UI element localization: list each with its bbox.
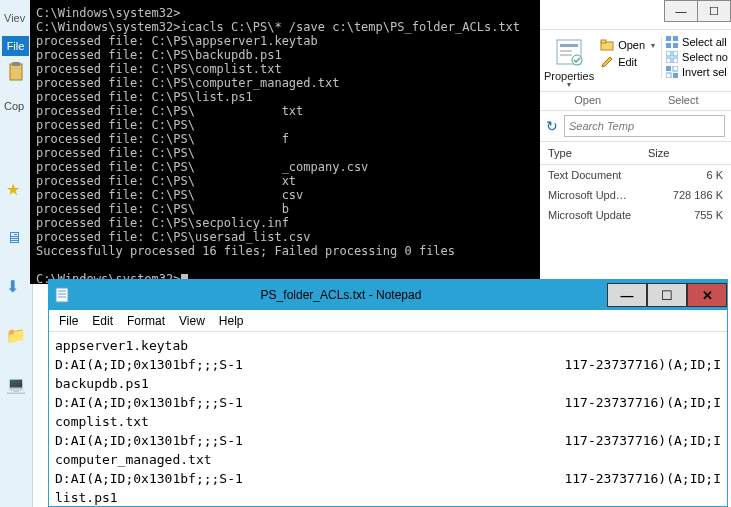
svg-rect-18 xyxy=(673,66,678,71)
cmd-output: processed file: C:\PS\ txt xyxy=(36,104,303,118)
open-caret-icon: ▾ xyxy=(651,41,655,50)
refresh-icon[interactable]: ↻ xyxy=(546,118,558,134)
cmd-output: processed file: C:\PS\ f xyxy=(36,132,289,146)
svg-rect-12 xyxy=(673,43,678,48)
search-row: ↻ xyxy=(540,111,731,142)
properties-button[interactable]: Properties ▾ xyxy=(544,36,594,89)
svg-rect-10 xyxy=(673,36,678,41)
view-tab-fragment: Viev xyxy=(4,12,25,24)
notepad-text-area[interactable]: appserver1.keytabD:AI(A;ID;0x1301bf;;;S-… xyxy=(49,332,727,506)
select-all-button[interactable]: Select all xyxy=(666,36,728,48)
taskbar-icons: ★ 🖥 ⬇ 📁 💻 xyxy=(6,180,26,394)
file-type: Text Document xyxy=(540,165,640,185)
svg-rect-13 xyxy=(666,51,671,56)
desktop-background: Viev File Cop ★ 🖥 ⬇ 📁 💻 — ☐ Properties ▾ xyxy=(0,0,731,507)
notepad-menubar: File Edit Format View Help xyxy=(49,310,727,332)
properties-caret-icon: ▾ xyxy=(567,80,571,89)
notepad-titlebar[interactable]: PS_folder_ACLs.txt - Notepad — ☐ ✕ xyxy=(49,280,727,310)
cmd-output: processed file: C:\PS\backupdb.ps1 xyxy=(36,48,282,62)
np-text: D:AI(A;ID;0x1301bf;;;S-1 xyxy=(55,431,243,450)
svg-rect-15 xyxy=(666,58,671,63)
file-type: Microsoft Update xyxy=(540,205,640,225)
np-text: 117-23737716)(A;ID;I xyxy=(564,469,721,488)
menu-help[interactable]: Help xyxy=(219,314,244,328)
close-button[interactable]: ✕ xyxy=(687,283,727,307)
svg-rect-1 xyxy=(12,62,20,66)
properties-icon xyxy=(553,36,585,68)
star-icon[interactable]: ★ xyxy=(6,180,26,199)
np-text: computer_managed.txt xyxy=(55,450,212,469)
cmd-output: processed file: C:\PS\list.ps1 xyxy=(36,90,253,104)
command-prompt-window[interactable]: C:\Windows\system32> C:\Windows\system32… xyxy=(30,0,540,284)
svg-rect-11 xyxy=(666,43,671,48)
cmd-output: processed file: C:\PS\ xyxy=(36,118,195,132)
svg-rect-3 xyxy=(560,44,578,47)
invert-selection-icon xyxy=(666,66,678,78)
col-size[interactable]: Size xyxy=(640,142,731,164)
folder-icon[interactable]: 📁 xyxy=(6,326,26,345)
cmd-prompt: C:\Windows\system32> xyxy=(36,6,181,20)
menu-view[interactable]: View xyxy=(179,314,205,328)
notepad-window: PS_folder_ACLs.txt - Notepad — ☐ ✕ File … xyxy=(48,279,728,507)
notepad-title: PS_folder_ACLs.txt - Notepad xyxy=(75,288,607,302)
table-row[interactable]: Microsoft Update 755 K xyxy=(540,205,731,225)
menu-file[interactable]: File xyxy=(59,314,78,328)
group-open-label: Open xyxy=(540,92,636,110)
np-text: 117-23737716)(A;ID;I xyxy=(564,355,721,374)
file-tab[interactable]: File xyxy=(2,36,29,56)
svg-rect-5 xyxy=(560,54,572,56)
svg-rect-19 xyxy=(666,73,671,78)
svg-rect-4 xyxy=(560,50,572,52)
svg-rect-14 xyxy=(673,51,678,56)
file-type: Microsoft Update ... xyxy=(540,185,640,205)
svg-rect-0 xyxy=(10,64,22,80)
file-size: 6 K xyxy=(640,165,731,185)
np-text: D:AI(A;ID;0x1301bf;;;S-1 xyxy=(55,355,243,374)
explorer-window-buttons: — ☐ xyxy=(540,0,731,30)
table-row[interactable]: Microsoft Update ... 728 186 K xyxy=(540,185,731,205)
menu-edit[interactable]: Edit xyxy=(92,314,113,328)
maximize-button[interactable]: ☐ xyxy=(697,0,731,22)
cmd-output: processed file: C:\PS\computer_managed.t… xyxy=(36,76,339,90)
ribbon-group-labels: Open Select xyxy=(540,92,731,111)
select-all-label: Select all xyxy=(682,36,727,48)
invert-selection-button[interactable]: Invert sel xyxy=(666,66,728,78)
cmd-output: processed file: C:\PS\ csv xyxy=(36,188,303,202)
search-input[interactable] xyxy=(564,115,725,137)
minimize-button[interactable]: — xyxy=(664,0,698,22)
np-text: D:AI(A;ID;0x1301bf;;;S-1 xyxy=(55,393,243,412)
cmd-output: processed file: C:\PS\complist.txt xyxy=(36,62,282,76)
cmd-output: processed file: C:\PS\ xyxy=(36,146,195,160)
open-label: Open xyxy=(618,39,645,51)
cmd-output: processed file: C:\PS\appserver1.keytab xyxy=(36,34,318,48)
table-row[interactable]: Text Document 6 K xyxy=(540,165,731,185)
copy-label: Cop xyxy=(4,100,24,112)
edit-button[interactable]: Edit xyxy=(600,55,655,69)
file-size: 755 K xyxy=(640,205,731,225)
paste-icon[interactable] xyxy=(6,62,26,82)
np-text: 117-23737716)(A;ID;I xyxy=(564,431,721,450)
menu-format[interactable]: Format xyxy=(127,314,165,328)
np-text: backupdb.ps1 xyxy=(55,374,149,393)
minimize-button[interactable]: — xyxy=(607,283,647,307)
col-type[interactable]: Type xyxy=(540,142,640,164)
file-table-header: Type Size xyxy=(540,142,731,165)
cmd-output: processed file: C:\PS\usersad_list.csv xyxy=(36,230,311,244)
select-none-label: Select no xyxy=(682,51,728,63)
cmd-line: C:\Windows\system32>icacls C:\PS\* /save… xyxy=(36,20,520,34)
desktop-icon[interactable]: 🖥 xyxy=(6,229,26,247)
maximize-button[interactable]: ☐ xyxy=(647,283,687,307)
cmd-output: processed file: C:\PS\ xt xyxy=(36,174,296,188)
computer-icon[interactable]: 💻 xyxy=(6,375,26,394)
select-none-button[interactable]: Select no xyxy=(666,51,728,63)
notepad-icon xyxy=(49,280,75,310)
cmd-summary: Successfully processed 16 files; Failed … xyxy=(36,244,455,258)
svg-rect-17 xyxy=(666,66,671,71)
open-button[interactable]: Open ▾ xyxy=(600,38,655,52)
np-text: 117-23737716)(A;ID;I xyxy=(564,393,721,412)
cmd-output: processed file: C:\PS\ _company.csv xyxy=(36,160,368,174)
select-group: Select all Select no Invert sel xyxy=(661,36,728,78)
download-icon[interactable]: ⬇ xyxy=(6,277,26,296)
open-edit-group: Open ▾ Edit xyxy=(600,36,655,69)
cmd-output: processed file: C:\PS\secpolicy.inf xyxy=(36,216,289,230)
